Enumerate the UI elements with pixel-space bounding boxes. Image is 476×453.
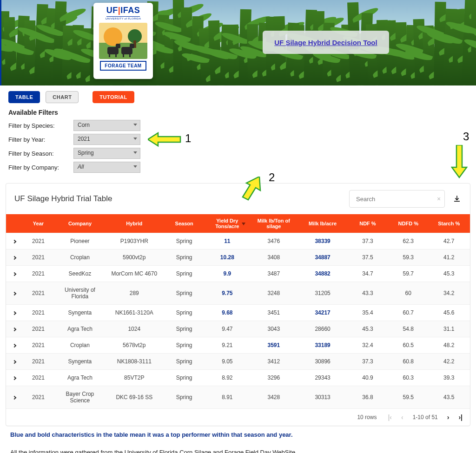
expand-row-button[interactable] (6, 321, 23, 337)
pager-next[interactable]: › (447, 414, 450, 421)
cell-company: Agra Tech (54, 370, 106, 386)
results-table: YearCompanyHybridSeasonYield Dry Tons/ac… (6, 214, 470, 408)
cell-yield: 8.91 (205, 386, 249, 409)
filter-species-select[interactable]: Corn (73, 120, 140, 131)
cell-milk_acre: 28660 (299, 321, 347, 337)
cell-ndfd: 60 (389, 282, 428, 305)
cell-ndfd: 60.5 (389, 337, 428, 354)
expand-row-button[interactable] (6, 266, 23, 282)
cell-milk_ton: 3296 (249, 370, 298, 386)
expand-row-button[interactable] (6, 249, 23, 266)
cell-company: Pioneer (54, 233, 106, 249)
expand-row-button[interactable] (6, 282, 23, 305)
col-header[interactable]: Season (163, 214, 206, 233)
cell-milk_ton: 3476 (249, 233, 298, 249)
col-header[interactable]: Company (54, 214, 106, 233)
cell-ndfd: 59.5 (389, 386, 428, 409)
col-header[interactable]: Milk lb/acre (299, 214, 347, 233)
pager-first[interactable]: |‹ (388, 414, 392, 421)
table-row: 2021Croplan5678vt2pSpring9.2135913318932… (6, 337, 470, 354)
chevron-right-icon (13, 360, 16, 364)
pager-last[interactable]: ›| (458, 414, 463, 421)
cell-year: 2021 (23, 354, 54, 370)
col-header[interactable]: Year (23, 214, 54, 233)
expand-row-button[interactable] (6, 305, 23, 321)
col-header[interactable]: Milk lb/Ton of silage (249, 214, 298, 233)
cell-yield: 11 (205, 233, 249, 249)
cell-milk_acre: 31205 (299, 282, 347, 305)
cell-yield: 9.05 (205, 354, 249, 370)
cell-starch: 31.1 (428, 321, 470, 337)
cell-year: 2021 (23, 386, 54, 409)
cell-year: 2021 (23, 266, 54, 282)
cell-ndfd: 59.3 (389, 249, 428, 266)
page-title-link[interactable]: UF Silage Hybrid Decision Tool (274, 39, 377, 46)
table-row: 2021Agra Tech1024Spring9.4730432866045.3… (6, 321, 470, 337)
expand-row-button[interactable] (6, 354, 23, 370)
col-header[interactable]: Starch % (428, 214, 470, 233)
table-row: 2021SeedKozMorCorn MC 4670Spring9.934873… (6, 266, 470, 282)
chevron-right-icon (13, 240, 16, 243)
cell-starch: 43.5 (428, 386, 470, 409)
page-size-select[interactable]: 10 rows (357, 414, 379, 420)
table-row: 2021University of Florida289Spring9.7532… (6, 282, 470, 305)
cell-ndf: 37.3 (347, 233, 389, 249)
tab-chart[interactable]: CHART (46, 91, 79, 103)
filter-year-select[interactable]: 2021 (73, 134, 140, 145)
col-header[interactable]: NDFD % (389, 214, 428, 233)
cell-milk_acre: 33189 (299, 337, 347, 354)
cell-milk_acre: 34217 (299, 305, 347, 321)
download-button[interactable] (452, 194, 462, 204)
pager-prev[interactable]: ‹ (401, 414, 403, 421)
cell-ndfd: 62.3 (389, 233, 428, 249)
col-header[interactable]: NDF % (347, 214, 389, 233)
cell-season: Spring (163, 266, 206, 282)
col-expand (6, 214, 23, 233)
cell-season: Spring (163, 305, 206, 321)
clear-search-icon[interactable]: × (437, 195, 441, 203)
cell-season: Spring (163, 370, 206, 386)
cell-company: Croplan (54, 249, 106, 266)
callout-number-3: 3 (463, 130, 469, 143)
cell-milk_acre: 34882 (299, 266, 347, 282)
expand-row-button[interactable] (6, 337, 23, 354)
brand-illustration (99, 23, 147, 59)
table-row: 2021PioneerP1903YHRSpring1134763833937.3… (6, 233, 470, 249)
expand-row-button[interactable] (6, 386, 23, 409)
cell-season: Spring (163, 354, 206, 370)
cell-milk_acre: 30313 (299, 386, 347, 409)
download-icon (453, 195, 461, 203)
cell-milk_ton: 3428 (249, 386, 298, 409)
cell-ndf: 43.3 (347, 282, 389, 305)
search-box[interactable]: × (349, 190, 445, 208)
cell-milk_ton: 3043 (249, 321, 298, 337)
chevron-down-icon (133, 124, 137, 126)
cell-starch: 42.7 (428, 233, 470, 249)
cell-yield: 9.75 (205, 282, 249, 305)
cell-season: Spring (163, 321, 206, 337)
expand-row-button[interactable] (6, 233, 23, 249)
cell-yield: 8.92 (205, 370, 249, 386)
filter-species-label: Filter by Species: (8, 122, 69, 129)
table-row: 2021Bayer Crop ScienceDKC 69-16 SSSpring… (6, 386, 470, 409)
tab-table[interactable]: TABLE (8, 91, 40, 103)
search-input[interactable] (356, 196, 434, 203)
col-header[interactable]: Hybrid (106, 214, 163, 233)
cell-company: Agra Tech (54, 321, 106, 337)
chevron-down-icon (133, 138, 137, 140)
chevron-right-icon (13, 311, 16, 315)
tab-tutorial[interactable]: TUTORIAL (93, 91, 134, 103)
filter-company-select[interactable]: All (73, 162, 140, 173)
cell-year: 2021 (23, 249, 54, 266)
filter-season-select[interactable]: Spring (73, 148, 140, 159)
cell-ndfd: 59.7 (389, 266, 428, 282)
cell-yield: 9.47 (205, 321, 249, 337)
cell-hybrid: DKC 69-16 SS (106, 386, 163, 409)
table-row: 2021SyngentaNK1661-3120ASpring9.68345134… (6, 305, 470, 321)
cell-hybrid: MorCorn MC 4670 (106, 266, 163, 282)
table-row: 2021Agra Tech85VT2PSpring8.9232962934340… (6, 370, 470, 386)
col-header[interactable]: Yield Dry Tons/acre (205, 214, 249, 233)
expand-row-button[interactable] (6, 370, 23, 386)
cell-hybrid: 289 (106, 282, 163, 305)
view-tab-bar: TABLE CHART TUTORIAL (0, 85, 476, 106)
